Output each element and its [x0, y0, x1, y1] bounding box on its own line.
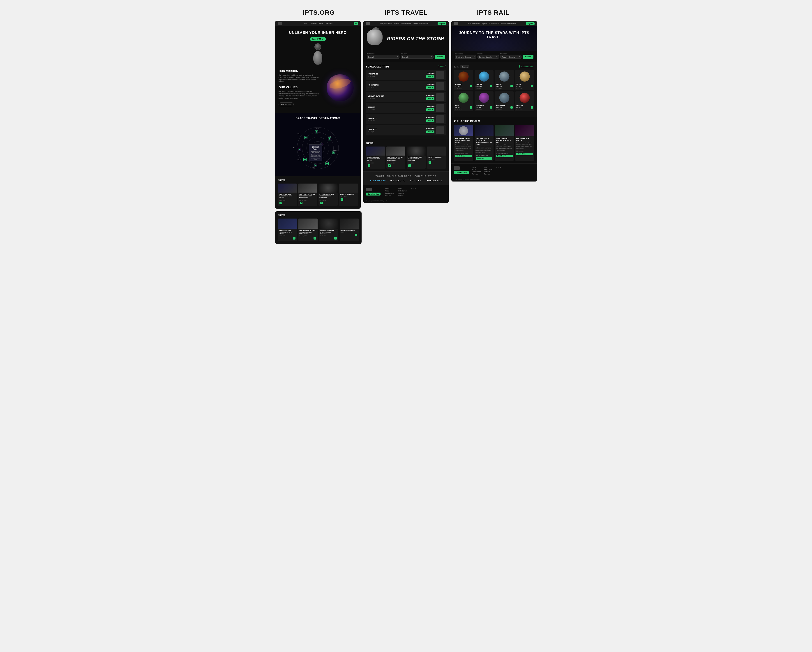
orbit-node-2[interactable] [328, 137, 331, 141]
orbit-node-6[interactable] [304, 158, 307, 161]
col3-footer-help[interactable]: Help Center [484, 168, 493, 170]
col2-footer-about[interactable]: About [385, 190, 394, 192]
col2-news-arrow-4[interactable]: ↗ [429, 161, 431, 164]
col3-footer-faq[interactable]: FAQ [484, 166, 493, 168]
col3-sort-row: Sort by Example ⊞ Show on Map [454, 64, 534, 69]
col2-download-btn[interactable]: Download App [366, 193, 381, 196]
col2-footer-partners[interactable]: Partners [385, 194, 394, 196]
col1-mission-section: OUR MISSION Our mission is to enable hum… [275, 66, 361, 113]
planet-name-ego: EGO [455, 105, 472, 106]
planet-book-surtur[interactable] [531, 106, 533, 109]
planet-book-knowhere[interactable] [510, 106, 513, 109]
col1-nav-partners[interactable]: Partners [326, 23, 333, 24]
planet-img-ego [454, 92, 473, 104]
bottom-news-arrow-4[interactable]: ↗ [355, 234, 357, 236]
planet-sphere-ego [459, 93, 469, 103]
trip-book-5[interactable]: Book ↗ [426, 119, 434, 122]
trip-book-4[interactable]: Book ↗ [426, 109, 434, 111]
bottom-news-arrow-1[interactable]: ↗ [293, 237, 296, 240]
trip-book-6[interactable]: Book ↗ [426, 130, 434, 133]
col3-nav-assist[interactable]: Universal Assistance [501, 23, 516, 24]
planet-book-xandar[interactable] [490, 85, 492, 87]
col3-footer-careers[interactable]: Careers [484, 171, 493, 173]
col3-travelby-input[interactable]: Travel by Example ▾ [500, 55, 522, 59]
col2-footer-partners2[interactable]: Partners [398, 194, 407, 196]
bottom-news-arrow-3[interactable]: ↗ [334, 237, 337, 240]
col2-news-arrow-3[interactable]: ↗ [408, 164, 411, 167]
col3-dur-input[interactable]: Duration Example ▾ [478, 55, 499, 59]
col2-news-card-4: NEW IPTS CONNECTS Feb 7, 2022 ↗ [427, 147, 446, 168]
col3-signin-btn[interactable]: Sign In [526, 22, 534, 25]
col2-dest-input[interactable]: Example ▾ [367, 55, 400, 59]
col1-nav-news[interactable]: News [319, 23, 324, 24]
col3-footer-partners[interactable]: Partners [472, 173, 481, 175]
col1-nav-about[interactable]: About [304, 23, 308, 24]
orbit-node-4[interactable] [325, 162, 329, 165]
orbit-node-5[interactable] [314, 164, 317, 167]
col1-nav-spaces[interactable]: Spaces [311, 23, 317, 24]
news-arrow-2[interactable]: ↗ [300, 202, 302, 204]
news-date-3: Oct 5, 2021 [319, 200, 337, 201]
planet-book-ego[interactable] [470, 106, 472, 109]
col3-search-btn[interactable]: Search [523, 55, 533, 59]
trip-book-2[interactable]: Book ↗ [426, 86, 434, 89]
planet-book-titan[interactable] [531, 85, 533, 87]
col2-signin-btn[interactable]: Sign In [438, 22, 446, 25]
deal-discount-4: 30% regular [516, 150, 533, 152]
col3-download-btn[interactable]: Download App [454, 171, 469, 174]
col3-footer-partners2[interactable]: Partners [484, 173, 493, 175]
orbit-node-3[interactable] [332, 151, 336, 154]
col3-nav-spaces[interactable]: Spaces [482, 23, 487, 24]
orbit-node-1[interactable] [315, 130, 318, 133]
col2-footer-home[interactable]: Home [385, 188, 394, 190]
col2-search-btn[interactable]: Search [435, 55, 446, 59]
col2-news-img-3 [407, 147, 426, 156]
col2-map-btn[interactable]: ⊞ Map [438, 65, 446, 68]
news-arrow-1[interactable]: ↗ [279, 202, 282, 204]
deal-book-btn-1[interactable]: Book Now ↗ [455, 155, 472, 158]
col3-nav-deals[interactable]: Galactic Deals [489, 23, 499, 24]
col3-sort-select[interactable]: Example [460, 66, 469, 69]
col2-news-arrow-1[interactable]: ↗ [368, 164, 370, 167]
deal-book-btn-4[interactable]: Book Now ↗ [516, 153, 533, 155]
col1-hero: UNLEASH YOUR INNER HERO Join IPTS ↗ [275, 26, 361, 66]
col3-footer-destinations[interactable]: Destinations [472, 171, 481, 173]
news-arrow-4[interactable]: ↗ [340, 198, 343, 201]
col3-nav-launch[interactable]: Plan your Launch [468, 23, 480, 24]
col2-nav-assist[interactable]: Universal Assistance [413, 23, 428, 24]
bottom-news-arrow-2[interactable]: ↗ [313, 237, 316, 240]
col2-footer-faq[interactable]: FAQ [398, 188, 407, 190]
planet-book-morag[interactable] [510, 85, 513, 87]
deal-book-btn-2[interactable]: Book Now ↗ [476, 157, 492, 160]
col1-read-more-btn[interactable]: Read more ↗ [279, 103, 294, 106]
news-arrow-3[interactable]: ↗ [320, 202, 323, 204]
orbit-node-7[interactable] [298, 148, 301, 151]
planet-book-asgard[interactable] [470, 85, 472, 87]
col3-social-icons[interactable]: ⊙ ⊡ ⊠ [496, 166, 501, 168]
orbit-node-8[interactable] [304, 136, 307, 139]
col2-footer-careers[interactable]: Careers [398, 192, 407, 194]
col2-nav-spaces[interactable]: Spaces [394, 23, 399, 24]
trip-item-5: ETERNITY ⊙ 8-9 days $150,000 Book ↗ [366, 114, 446, 124]
col3-show-map-btn[interactable]: ⊞ Show on Map [519, 65, 534, 68]
col1-nav-btn[interactable]: ⊞ [354, 22, 358, 25]
planet-book-vanaheim[interactable] [490, 106, 492, 109]
deal-book-btn-3[interactable]: Book Now ↗ [496, 155, 513, 158]
planet-card-vanaheim: VANAHEIM $60,000 ⊙ 10 days [475, 92, 493, 111]
col2-nav-launch[interactable]: Plan your Launch [380, 23, 392, 24]
col3-footer-home[interactable]: Home [472, 166, 481, 168]
deal-img-1 [454, 125, 473, 136]
trip-book-1[interactable]: Book ↗ [426, 75, 434, 78]
trip-book-3[interactable]: Book ↗ [426, 97, 434, 100]
col3-dest-input[interactable]: Destination Example ▾ [455, 55, 476, 59]
col2-social-icons[interactable]: ⊙ ⊡ ⊠ [411, 188, 416, 190]
col2-nav-deals[interactable]: Galactic Deals [401, 23, 411, 24]
col2-travelby-field: Travel by Example ▾ [401, 53, 433, 59]
col1-join-btn[interactable]: Join IPTS ↗ [310, 37, 326, 41]
col2-news-arrow-2[interactable]: ↗ [388, 164, 391, 167]
col2-travelby-input[interactable]: Example ▾ [401, 55, 433, 59]
col3-footer-about[interactable]: About [472, 168, 481, 170]
col2-footer-destinations[interactable]: Destinations [385, 192, 394, 194]
news-title-2: NEW IPTS RAIL SYSTEM CONNECTS MAJOR SPAC… [299, 193, 316, 199]
col2-footer-help[interactable]: Help Center [398, 190, 407, 192]
